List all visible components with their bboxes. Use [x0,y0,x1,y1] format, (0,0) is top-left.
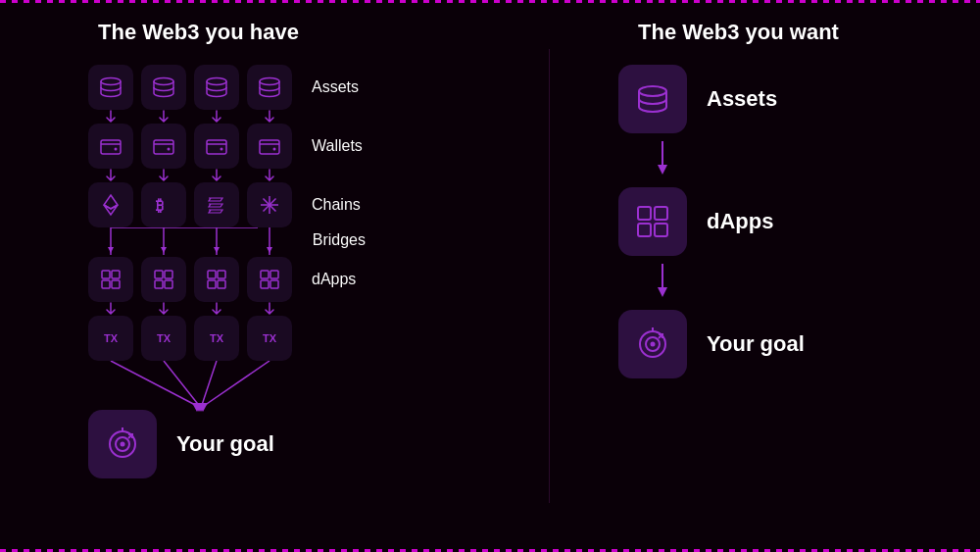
bridges-label: Bridges [313,231,366,249]
tx-box-3: TX [194,316,239,361]
right-arrow-1 [653,133,672,187]
wallet-col3 [194,124,239,169]
svg-point-11 [273,148,276,151]
right-goal-label: Your goal [707,331,805,357]
chains-row: ₿ [88,182,461,227]
svg-rect-62 [655,224,667,236]
bridges-connector: Bridges [88,227,292,257]
right-title: The Web3 you want [638,20,839,45]
svg-point-2 [207,78,226,85]
wallet-col2 [141,124,186,169]
svg-marker-27 [267,247,272,253]
svg-rect-8 [207,140,226,154]
chain-icon-4 [247,182,292,227]
arrow-row-1 [88,110,461,124]
svg-rect-35 [165,280,172,288]
asset-icon-4 [247,65,292,110]
tx-label-2: TX [157,332,171,344]
right-flow: Assets dApps [618,65,805,378]
svg-marker-58 [658,165,667,175]
tx-label-4: TX [263,332,276,344]
svg-rect-6 [154,140,173,154]
asset-icon-2 [141,65,186,110]
eth-icon [88,182,133,227]
sol-icon [194,182,239,227]
main-container: The Web3 you have [0,0,980,552]
tx-box-4: TX [247,316,292,361]
right-asset-icon [618,65,687,133]
top-border [0,0,980,3]
svg-point-54 [121,442,125,447]
tx-label-3: TX [210,332,223,344]
svg-point-7 [168,148,171,151]
chains-label: Chains [312,182,361,227]
dapps-label: dApps [312,257,356,302]
svg-line-45 [164,361,201,408]
right-goal-row: Your goal [618,310,805,378]
asset-icon-3 [194,65,239,110]
tx-box-2: TX [141,316,186,361]
tx-row: TX TX TX TX [88,316,461,361]
right-dapps-label: dApps [707,209,773,234]
dapp-icon-2 [141,257,186,302]
svg-marker-25 [161,247,167,253]
svg-rect-40 [261,271,269,278]
tx-box-1: TX [88,316,133,361]
dapp-col3 [194,257,239,302]
svg-rect-61 [638,224,651,236]
svg-point-1 [154,78,173,85]
right-assets-row: Assets [618,65,777,133]
svg-rect-32 [155,271,163,278]
assets-col3 [194,65,239,110]
wallets-label: Wallets [312,124,363,169]
svg-rect-60 [655,207,667,220]
svg-rect-37 [218,271,225,278]
chain-col3 [194,182,239,227]
svg-text:₿: ₿ [156,197,164,214]
svg-line-47 [201,361,270,408]
dapp-col4 [247,257,292,302]
svg-rect-33 [165,271,172,278]
svg-line-44 [111,361,201,408]
svg-point-56 [639,86,666,96]
svg-marker-26 [214,247,220,253]
svg-point-9 [220,148,223,151]
svg-rect-4 [101,140,121,154]
right-assets-label: Assets [707,86,777,112]
svg-marker-64 [658,287,667,297]
svg-point-0 [101,78,121,85]
dapp-col2 [141,257,186,302]
assets-label: Assets [312,65,359,110]
svg-rect-43 [270,280,278,288]
section-divider [549,49,550,503]
right-arrow-2 [653,256,672,310]
wallet-icon-4 [247,124,292,169]
svg-point-3 [260,78,279,85]
arrow-row-3 [88,302,461,316]
svg-rect-30 [102,280,110,288]
dapp-icon-3 [194,257,239,302]
svg-rect-38 [208,280,216,288]
goal-row-left: Your goal [88,410,461,478]
chain-col2: ₿ [141,182,186,227]
left-title: The Web3 you have [98,20,299,45]
dapp-col1 [88,257,133,302]
wallet-icon-3 [194,124,239,169]
left-section: The Web3 you have [39,20,539,532]
assets-col4 [247,65,292,110]
tx-label-1: TX [104,332,118,344]
dapp-icon-1 [88,257,133,302]
left-diagram: Assets [78,65,461,478]
right-dapps-row: dApps [618,187,773,256]
wallet-icon-1 [88,124,133,169]
right-section: The Web3 you want Assets [560,20,941,532]
svg-rect-41 [270,271,278,278]
svg-line-46 [201,361,217,408]
svg-point-5 [115,148,118,151]
svg-rect-34 [155,280,163,288]
svg-marker-24 [108,247,114,253]
assets-col2 [141,65,186,110]
chain-col1 [88,182,133,227]
svg-rect-10 [260,140,279,154]
assets-col1 [88,65,133,110]
